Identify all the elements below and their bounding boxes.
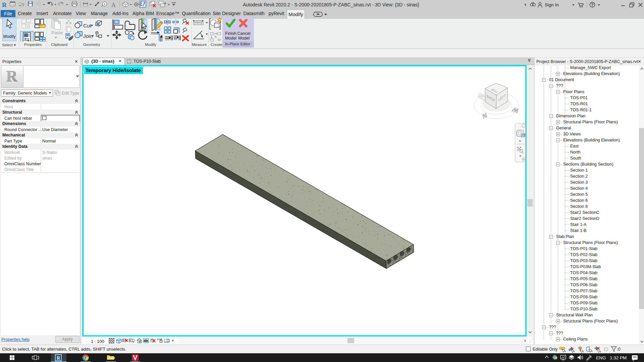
svg-text:R: R <box>6 68 17 85</box>
svg-text:?: ? <box>591 3 593 7</box>
svg-text:Cancel: Cancel <box>237 31 251 36</box>
svg-text:W: W <box>511 106 520 114</box>
svg-text:Cut: Cut <box>83 23 92 28</box>
svg-text:Join: Join <box>83 33 93 39</box>
svg-text:ENG: ENG <box>596 355 606 360</box>
svg-text::0: :0 <box>617 347 621 352</box>
svg-text:Model: Model <box>225 36 236 41</box>
svg-text:1:32 PM: 1:32 PM <box>610 355 627 360</box>
svg-text:R: R <box>57 356 60 361</box>
svg-text:Sign In: Sign In <box>545 2 559 7</box>
svg-text:Finish: Finish <box>225 31 236 36</box>
svg-text:Model: Model <box>238 36 250 41</box>
svg-text:R: R <box>2 1 7 8</box>
svg-text:A: A <box>111 2 116 8</box>
svg-text:N: N <box>481 112 488 120</box>
svg-text:Paste: Paste <box>51 30 63 35</box>
svg-text:1: 1 <box>104 2 105 6</box>
